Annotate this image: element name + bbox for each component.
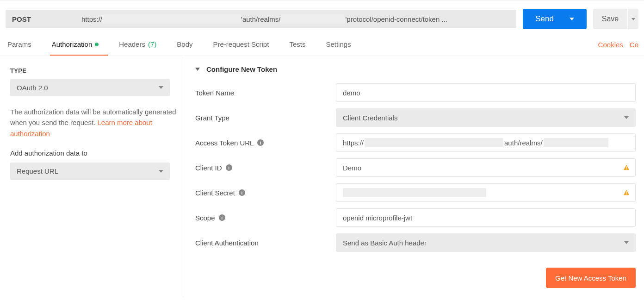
add-auth-data-label: Add authorization data to [10,149,178,157]
type-label: TYPE [10,67,178,74]
http-method-value: POST [12,15,31,23]
client-auth-select[interactable]: Send as Basic Auth header [336,233,636,252]
http-method-select[interactable]: POST [6,10,75,28]
warning-icon [623,164,630,171]
info-icon: i [219,214,225,221]
send-button[interactable]: Send [523,9,587,29]
configure-token-header[interactable]: Configure New Token [195,65,636,73]
chevron-down-icon [159,170,163,173]
chevron-down-icon [624,241,629,244]
chevron-down-icon [159,86,163,89]
chevron-down-icon [624,116,629,119]
status-dot-icon [95,43,99,46]
tab-prerequest[interactable]: Pre-request Script [211,34,279,56]
tab-authorization[interactable]: Authorization [50,34,108,56]
save-dropdown-button[interactable] [628,9,638,29]
auth-help-text: The authorization data will be automatic… [10,107,178,139]
warning-icon [623,189,630,196]
tab-params[interactable]: Params [6,34,41,56]
access-token-url-label: Access Token URL i [195,139,336,147]
client-secret-label: Client Secret i [195,189,336,197]
tab-body[interactable]: Body [175,34,202,56]
access-token-url-input[interactable]: https:// auth/realms/ [336,133,636,152]
scope-input[interactable]: openid microprofile-jwt [336,208,636,227]
code-link[interactable]: Co [630,41,638,49]
tab-headers[interactable]: Headers (7) [117,34,166,56]
cookies-link[interactable]: Cookies [598,41,623,49]
info-icon: i [226,164,232,171]
tab-tests[interactable]: Tests [287,34,315,56]
client-auth-label: Client Authentication [195,239,336,247]
request-url-input[interactable]: https:// 'auth/realms/ 'protocol/openid-… [75,10,516,28]
chevron-down-icon [570,18,574,20]
chevron-down-icon [195,68,200,71]
info-icon: i [239,189,245,196]
save-button[interactable]: Save [593,9,627,29]
add-auth-data-select[interactable]: Request URL [10,163,170,180]
client-id-label: Client ID i [195,164,336,172]
get-new-access-token-button[interactable]: Get New Access Token [546,268,636,288]
info-icon: i [257,139,264,146]
auth-type-select[interactable]: OAuth 2.0 [10,79,170,96]
chevron-down-icon [632,18,635,20]
client-secret-input[interactable] [336,183,636,202]
scope-label: Scope i [195,214,336,222]
client-id-input[interactable]: Demo [336,158,636,177]
grant-type-label: Grant Type [195,114,336,122]
tab-settings[interactable]: Settings [324,34,360,56]
token-name-label: Token Name [195,89,336,97]
grant-type-select[interactable]: Client Credentials [336,108,636,127]
token-name-input[interactable]: demo [336,83,636,102]
